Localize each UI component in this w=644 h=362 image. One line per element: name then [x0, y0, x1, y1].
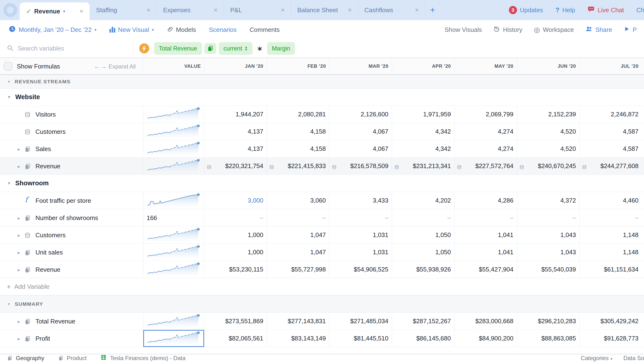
tab-balance-sheet[interactable]: Balance Sheet×	[291, 0, 358, 20]
table-cell[interactable]: 1,047	[267, 227, 329, 244]
tab-staffing[interactable]: Staffing×	[90, 0, 157, 20]
row-label[interactable]: Revenue	[36, 266, 60, 273]
table-cell[interactable]: $82,065,561	[204, 330, 267, 347]
table-cell[interactable]: 4,067	[329, 140, 392, 157]
footer-data-file[interactable]: Tesla Finances (demo) - Data	[100, 354, 186, 362]
user-menu[interactable]: Chri	[636, 6, 644, 14]
table-cell[interactable]: 4,286	[454, 192, 517, 209]
table-cell[interactable]: $81,445,510	[329, 330, 392, 347]
collapse-caret-icon[interactable]: ▼	[7, 181, 11, 186]
value-cell[interactable]	[143, 192, 204, 209]
row-label-cell[interactable]: ▸Total Revenue	[0, 313, 143, 330]
group-label[interactable]: Website	[15, 93, 40, 101]
live-chat-button[interactable]: Live Chat	[588, 6, 624, 14]
table-cell[interactable]: 4,587	[579, 140, 642, 157]
table-cell[interactable]: –	[392, 209, 454, 226]
tab-expenses[interactable]: Expenses×	[157, 0, 224, 20]
table-cell[interactable]: 1,944,207	[204, 106, 267, 123]
table-cell[interactable]: –	[204, 209, 267, 226]
table-cell[interactable]: $244,277,608	[579, 158, 642, 175]
share-button[interactable]: Share	[585, 25, 612, 34]
expand-caret-icon[interactable]: ▸	[18, 146, 20, 152]
table-cell[interactable]: $216,578,509	[329, 158, 392, 175]
row-label-cell[interactable]: ▸Revenue	[0, 261, 143, 278]
table-cell[interactable]: 2,246,872	[579, 106, 642, 123]
table-cell[interactable]: $296,210,283	[517, 313, 579, 330]
chevron-down-icon[interactable]: ▾	[63, 9, 65, 14]
table-cell[interactable]: $227,572,764	[454, 158, 517, 175]
row-label[interactable]: Customers	[36, 128, 66, 135]
table-cell[interactable]: 1,031	[329, 244, 392, 261]
table-cell[interactable]: $240,670,245	[517, 158, 579, 175]
expand-caret-icon[interactable]: ▸	[18, 250, 20, 256]
variable-token[interactable]: Total Revenue	[154, 42, 202, 55]
value-cell[interactable]	[143, 140, 204, 157]
row-label-cell[interactable]: fFoot traffic per store	[0, 192, 143, 209]
close-icon[interactable]: ×	[80, 7, 84, 15]
data-sources-button[interactable]: Data Sourc	[624, 355, 644, 362]
search-input[interactable]	[18, 45, 118, 52]
table-cell[interactable]: 4,158	[267, 140, 329, 157]
expand-caret-icon[interactable]: ▸	[18, 215, 20, 221]
table-cell[interactable]: –	[517, 209, 579, 226]
table-cell[interactable]: 1,050	[392, 227, 454, 244]
table-cell[interactable]: 4,274	[454, 123, 517, 140]
table-cell[interactable]: 4,342	[392, 123, 454, 140]
table-cell[interactable]: $55,727,998	[267, 261, 329, 278]
history-button[interactable]: History	[493, 26, 522, 34]
lightning-icon[interactable]	[139, 43, 149, 53]
table-cell[interactable]: $53,230,115	[204, 261, 267, 278]
table-cell[interactable]: –	[579, 209, 642, 226]
table-cell[interactable]: 1,041	[454, 244, 517, 261]
table-cell[interactable]: 1,041	[454, 227, 517, 244]
row-label[interactable]: Unit sales	[36, 249, 63, 256]
table-cell[interactable]: 3,000	[204, 192, 267, 209]
row-label[interactable]: Profit	[36, 335, 50, 342]
row-label-cell[interactable]: ▸Sales	[0, 140, 143, 157]
expand-caret-icon[interactable]: ▸	[18, 267, 20, 273]
value-cell[interactable]	[143, 244, 204, 261]
table-cell[interactable]: $83,143,149	[267, 330, 329, 347]
row-label-cell[interactable]: Visitors	[0, 106, 143, 123]
row-label-cell[interactable]: ▸Unit sales	[0, 244, 143, 261]
row-label-cell[interactable]: ▸Number of showrooms	[0, 209, 143, 226]
tab-cashflows[interactable]: Cashflows×	[358, 0, 425, 20]
table-cell[interactable]: 2,126,600	[329, 106, 392, 123]
close-icon[interactable]: ×	[415, 6, 419, 14]
updates-button[interactable]: 3 Updates	[509, 6, 543, 14]
row-label[interactable]: Foot traffic per store	[36, 197, 91, 204]
present-button[interactable]: P	[624, 26, 637, 34]
table-cell[interactable]: $231,213,341	[392, 158, 454, 175]
table-cell[interactable]: $86,145,680	[392, 330, 454, 347]
app-logo[interactable]	[3, 3, 17, 17]
value-cell[interactable]	[143, 261, 204, 278]
collapse-caret-icon[interactable]: ▼	[7, 80, 10, 83]
tab-revenue[interactable]: ✓Revenue▾×	[20, 2, 90, 20]
show-formulas-checkbox[interactable]	[4, 62, 12, 71]
table-cell[interactable]: $271,485,034	[329, 313, 392, 330]
value-cell[interactable]	[143, 158, 204, 175]
row-label-cell[interactable]: ▸Revenue	[0, 158, 143, 175]
table-cell[interactable]: $91,628,773	[579, 330, 642, 347]
add-variable-button[interactable]: +Add Variable	[0, 278, 644, 296]
table-cell[interactable]: 4,372	[517, 192, 579, 209]
table-cell[interactable]: –	[267, 209, 329, 226]
table-cell[interactable]: $61,151,634	[579, 261, 642, 278]
table-cell[interactable]: 1,148	[579, 227, 642, 244]
table-cell[interactable]: $287,152,267	[392, 313, 454, 330]
row-label[interactable]: Number of showrooms	[36, 214, 98, 222]
tab-p-l[interactable]: P&L×	[224, 0, 291, 20]
categories-button[interactable]: Categories▾	[581, 355, 612, 362]
show-visuals-button[interactable]: Show Visuals	[445, 26, 482, 33]
row-label-cell[interactable]: ▸Profit	[0, 330, 143, 347]
table-cell[interactable]: $283,000,668	[454, 313, 517, 330]
value-cell[interactable]	[143, 123, 204, 140]
close-icon[interactable]: ×	[146, 6, 150, 14]
table-cell[interactable]: 4,202	[392, 192, 454, 209]
table-cell[interactable]: 3,060	[267, 192, 329, 209]
table-cell[interactable]: 1,043	[517, 227, 579, 244]
add-tab-button[interactable]: +	[425, 0, 440, 20]
value-cell[interactable]	[143, 330, 204, 347]
table-cell[interactable]: 4,520	[517, 140, 579, 157]
value-cell[interactable]	[143, 313, 204, 330]
